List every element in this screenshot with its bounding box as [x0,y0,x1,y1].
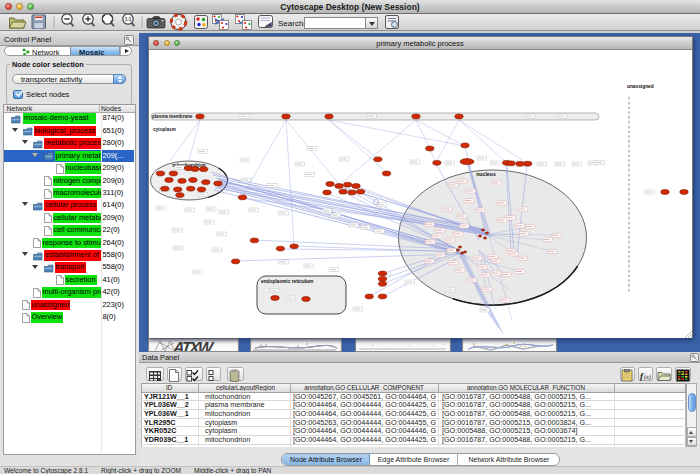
svg-text:plasma membrane: plasma membrane [152,114,193,119]
svg-text:cytoplasm: cytoplasm [153,127,176,132]
svg-text:endoplasmic reticulum: endoplasmic reticulum [261,279,313,284]
svg-text:ATXW: ATXW [171,339,216,352]
svg-text:(x): (x) [644,374,651,381]
svg-text:nucleus: nucleus [476,171,496,177]
svg-text:unassigned: unassigned [627,84,654,89]
svg-text:1:1: 1:1 [125,17,132,22]
svg-text:Search:: Search: [278,19,306,28]
